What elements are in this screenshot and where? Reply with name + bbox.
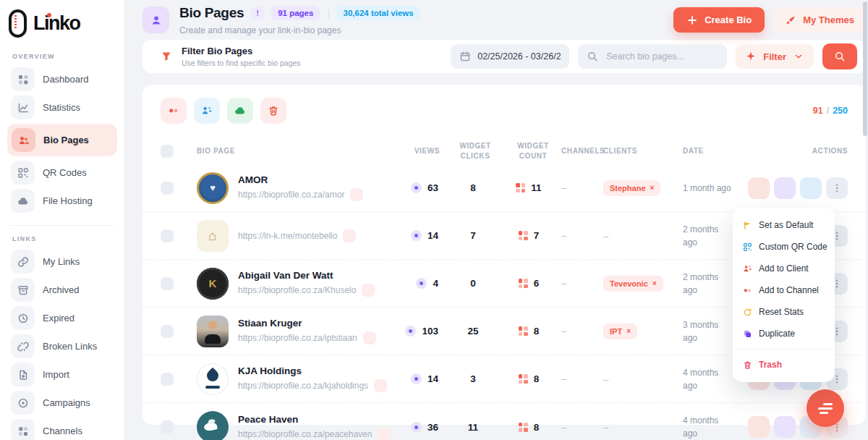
client-badge: Tevevonic × [603,276,663,292]
menu-item-set-as-default[interactable]: Set as Default [733,214,835,236]
sidebar-item-file-hosting[interactable]: File Hosting [0,187,124,215]
stats-button[interactable] [748,416,770,438]
pages-count-badge: 91 pages [271,6,320,20]
person-dots-icon [743,264,752,274]
sidebar-item-expired[interactable]: Expired [0,304,124,332]
my-themes-button[interactable]: My Themes [773,7,866,33]
row-actions: ⋮ [748,177,866,199]
chevron-down-icon [793,51,804,62]
floating-filter-button[interactable] [807,389,844,427]
table-header-row: Bio Page Views Widget Clicks Widget Coun… [142,138,866,164]
search-icon [834,51,846,62]
channels-cell: – [561,230,603,241]
table-row: Peace Haven https://bioprofile.co.za/pea… [142,403,866,440]
preview-button[interactable] [800,177,822,199]
widget-count-cell: 8 [505,326,561,337]
sidebar-item-channels[interactable]: Channels [0,417,124,440]
row-checkbox[interactable] [161,229,174,242]
more-actions-button[interactable]: ⋮ [826,177,848,199]
client-badge: IPT × [603,323,637,339]
select-all-checkbox[interactable] [161,145,174,158]
row-checkbox[interactable] [161,277,174,290]
copy-url-button[interactable] [378,428,391,440]
bio-url: https://bioprofile.co.za/peacehaven [238,429,372,439]
sidebar-item-my-links[interactable]: My Links [0,248,124,276]
bulk-cloud-button[interactable] [227,98,253,124]
sidebar-item-archived[interactable]: Archived [0,276,124,304]
search-icon [587,51,598,62]
app-logo[interactable]: Linko [0,0,124,43]
sidebar-item-campaigns[interactable]: Campaigns [0,389,124,417]
row-checkbox[interactable] [161,182,174,195]
widget-grid-icon [519,423,528,432]
widget-grid-icon [519,231,528,240]
clock-icon [11,306,35,330]
cloud-icon [11,189,35,213]
info-icon[interactable]: ! [251,7,264,20]
copy-url-button[interactable] [374,379,387,392]
broken-link-icon [11,334,35,358]
scrollbar-thumb[interactable] [863,1,867,136]
channels-cell: – [561,182,603,193]
date-range-input[interactable]: 02/25/2026 - 03/26/2026 [451,44,569,69]
channels-cell: – [561,422,603,433]
views-cell: 63 [392,182,446,193]
sidebar-item-broken-links[interactable]: Broken Links [0,332,124,360]
menu-item-add-to-client[interactable]: Add to Client [733,258,835,279]
client-name: Stephane [610,184,646,192]
dots-icon [743,286,752,295]
bio-url: https://bioprofile.co.za/iptstiaan [238,333,357,343]
menu-item-reset-stats[interactable]: Reset Stats [733,301,835,323]
bulk-channels-button[interactable] [161,98,187,124]
row-checkbox[interactable] [161,325,174,338]
flag-icon [743,221,752,230]
target-icon [11,391,35,415]
bulk-trash-button[interactable] [260,98,286,124]
edit-button[interactable] [774,177,796,199]
widget-clicks-cell: 0 [446,278,505,289]
search-submit-button[interactable] [822,43,857,69]
sidebar-item-qr-codes[interactable]: QR Codes [0,158,124,187]
sidebar-item-dashboard[interactable]: Dashboard [0,65,124,93]
widget-count-cell: 11 [505,182,561,193]
clients-cell: IPT × [603,323,683,339]
sidebar-item-statistics[interactable]: Statistics [0,93,124,122]
bio-url: https://bioprofile.co.za/amor [238,190,344,200]
copy-url-button[interactable] [363,331,376,344]
remove-client-icon[interactable]: × [650,184,655,192]
remove-client-icon[interactable]: × [652,279,657,287]
copy-url-button[interactable] [343,229,356,242]
row-checkbox[interactable] [161,420,174,433]
archive-icon [11,278,35,302]
duplicate-icon [743,329,752,339]
link-icon [11,250,35,274]
widget-grid-icon [519,374,528,384]
copy-url-button[interactable] [350,188,363,201]
menu-item-duplicate[interactable]: Duplicate [733,323,835,344]
row-checkbox[interactable] [161,373,174,386]
menu-item-trash[interactable]: Trash [733,354,835,376]
filter-dropdown-button[interactable]: Filter [736,44,814,69]
people-icon [12,128,35,152]
copy-url-button[interactable] [362,284,375,297]
sidebar-item-import[interactable]: Import [0,360,124,389]
client-badge: Stephane × [603,180,660,196]
menu-item-custom-qr-code[interactable]: Custom QR Code [733,236,835,258]
menu-item-add-to-channel[interactable]: Add to Channel [733,279,835,301]
page-title: Bio Pages [179,5,244,21]
views-icon [411,182,422,193]
edit-button[interactable] [774,416,796,438]
stats-button[interactable] [748,177,770,199]
channels-cell: – [561,373,603,384]
bulk-clients-button[interactable] [194,98,220,124]
sidebar-item-bio-pages[interactable]: Bio Pages [7,124,117,156]
create-bio-button[interactable]: Create Bio [673,7,765,33]
remove-client-icon[interactable]: × [626,327,631,335]
search-input[interactable] [605,51,718,62]
chart-icon [11,96,35,119]
views-icon [405,326,416,337]
usage-counter: 91 / 250 [813,106,848,116]
channels-cell: – [561,326,603,337]
views-cell: 4 [392,278,446,289]
plus-icon [686,14,698,26]
